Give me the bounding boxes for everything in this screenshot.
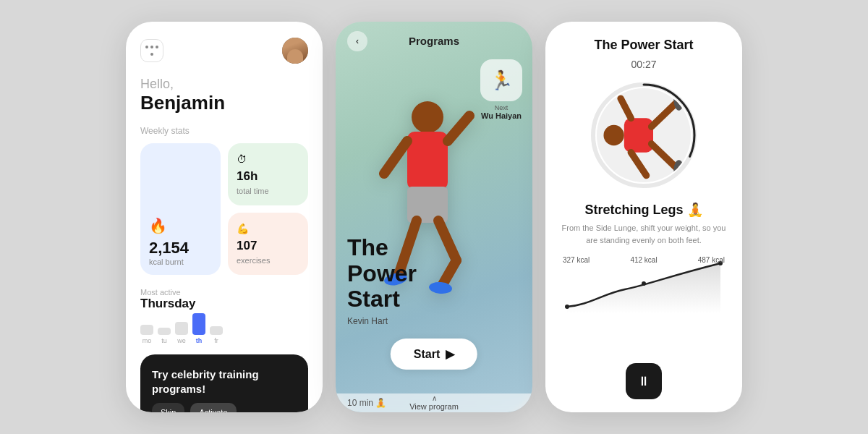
trainer-name: Kevin Hart <box>347 316 417 326</box>
svg-line-7 <box>442 260 456 286</box>
bar-th: th <box>192 313 205 344</box>
svg-rect-13 <box>624 118 653 152</box>
weekly-stats-label: Weekly stats <box>140 126 308 136</box>
svg-point-12 <box>603 125 624 145</box>
kcal-value: 2,154 <box>149 239 212 258</box>
svg-line-3 <box>448 116 469 141</box>
bar-fr: fr <box>210 326 223 344</box>
exercises-value: 107 <box>237 239 299 253</box>
chevron-up-icon: ∧ <box>336 394 532 402</box>
exercise-athlete-image <box>597 88 691 182</box>
next-exercise-thumb: 🏃 <box>480 59 522 101</box>
most-active-day: Thursday <box>140 297 308 311</box>
svg-point-20 <box>565 305 569 309</box>
promo-text: Try celebrity training programs! <box>152 367 297 396</box>
time-icon: ⏱ <box>237 153 299 165</box>
svg-rect-1 <box>407 132 448 190</box>
programs-header: ‹ Programs <box>336 22 532 53</box>
card-home: Hello, Benjamin Weekly stats 🔥 2,154 kca… <box>126 22 323 412</box>
exercise-screen-title: The Power Start <box>560 38 728 53</box>
view-program-area: ∧ View program <box>336 391 532 412</box>
promo-activate-button[interactable]: Activate <box>190 403 236 412</box>
home-header <box>140 38 308 64</box>
programs-title: Programs <box>409 35 459 47</box>
svg-point-18 <box>673 160 684 180</box>
most-active-label: Most active <box>140 288 308 297</box>
exercise-name: Stretching Legs 🧘 <box>560 202 728 218</box>
start-label: Start <box>414 348 440 361</box>
next-exercise: 🏃 Next Wu Haiyan <box>480 59 522 120</box>
cal-label-2: 412 kcal <box>630 256 657 264</box>
cal-label-1: 327 kcal <box>563 256 590 264</box>
stats-grid: 🔥 2,154 kcal burnt ⏱ 16h total time 💪 10… <box>140 143 308 275</box>
pause-button[interactable]: ⏸ <box>626 363 662 399</box>
svg-line-16 <box>652 144 676 167</box>
next-label: Next <box>480 104 522 111</box>
view-program-label[interactable]: View program <box>336 402 532 411</box>
card-exercise: The Power Start 00:27 Stretching Legs 🧘 … <box>545 22 742 412</box>
time-value: 16h <box>237 169 299 184</box>
exercises-stat: 💪 107 exercises <box>228 213 308 275</box>
muscle-icon: 💪 <box>237 223 299 234</box>
greeting-name: Benjamin <box>140 92 308 114</box>
time-stat: ⏱ 16h total time <box>228 143 308 205</box>
calorie-chart: 327 kcal 412 kcal 487 kcal <box>560 256 728 353</box>
svg-point-19 <box>673 90 684 110</box>
bar-mo: mo <box>140 325 153 344</box>
exercise-description: From the Side Lunge, shift your weight, … <box>560 222 728 246</box>
start-button[interactable]: Start ▶ <box>391 339 477 370</box>
timer-display: 00:27 <box>560 59 728 70</box>
menu-icon[interactable] <box>140 39 163 62</box>
svg-line-14 <box>631 153 646 176</box>
avatar[interactable] <box>282 38 308 64</box>
program-name: ThePowerStart <box>347 235 417 312</box>
svg-line-17 <box>652 103 676 127</box>
card-programs: ‹ Programs 🏃 Next Wu Haiyan <box>336 22 532 412</box>
exercises-label: exercises <box>237 256 270 265</box>
cal-label-3: 487 kcal <box>698 256 725 264</box>
bar-we: we <box>175 322 188 344</box>
svg-line-6 <box>438 221 456 260</box>
fire-icon: 🔥 <box>149 217 212 234</box>
play-icon: ▶ <box>446 347 454 361</box>
svg-line-15 <box>621 98 631 118</box>
svg-line-2 <box>384 141 407 174</box>
start-button-wrap: Start ▶ <box>391 339 477 370</box>
promo-buttons: Skip Activate <box>152 403 297 412</box>
back-button[interactable]: ‹ <box>347 31 367 51</box>
promo-box: Try celebrity training programs! Skip Ac… <box>140 354 308 412</box>
next-exercise-name: Wu Haiyan <box>480 111 522 120</box>
program-info: ThePowerStart Kevin Hart <box>347 235 417 326</box>
greeting-hello: Hello, <box>140 77 308 92</box>
calorie-graph <box>560 256 728 314</box>
bar-tu: tu <box>158 328 171 344</box>
activity-bar-chart: mo tu we th fr <box>140 317 308 344</box>
calorie-labels: 327 kcal 412 kcal 487 kcal <box>560 256 728 264</box>
kcal-stat: 🔥 2,154 kcal burnt <box>140 143 221 275</box>
svg-point-0 <box>412 101 443 133</box>
time-label: total time <box>237 187 269 195</box>
active-section: Most active Thursday mo tu we th fr <box>140 288 308 344</box>
kcal-label: kcal burnt <box>149 258 212 266</box>
svg-point-21 <box>642 281 646 286</box>
circle-timer <box>586 77 702 193</box>
promo-skip-button[interactable]: Skip <box>152 403 184 412</box>
